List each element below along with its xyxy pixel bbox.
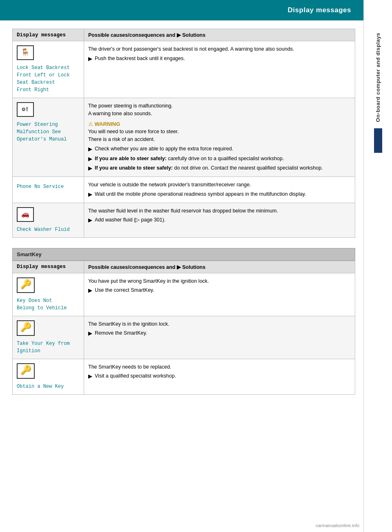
causes-cell-washer: The washer fluid level in the washer flu… <box>84 203 355 237</box>
bullet-text: Use the correct SmartKey. <box>95 286 154 294</box>
bullet-text: Push the backrest back until it engages. <box>95 55 185 63</box>
key-belong-label: Key Does NotBelong to Vehicle <box>17 297 80 312</box>
bold-text: If you are unable to steer safely: <box>95 165 173 171</box>
key-belong-icon: 🔑 <box>17 277 35 293</box>
phone-label: Phone No Service <box>17 183 80 190</box>
display-cell-key-ignition: 🔑 Take Your Key fromIgnition <box>13 316 84 359</box>
bullet-text: Visit a qualified specialist workshop. <box>95 372 176 380</box>
bullet-text: Check whether you are able to apply the … <box>95 145 233 153</box>
right-sidebar: On-board computer and displays <box>363 0 392 532</box>
display-cell-washer: 🚗 Check Washer Fluid <box>13 203 84 237</box>
bold-text: If you are able to steer safely: <box>95 156 167 161</box>
cause-text: The SmartKey needs to be replaced. <box>88 363 351 371</box>
bullet-line: ▶ Wait until the mobile phone operationa… <box>88 190 351 199</box>
arrow-icon: ▶ <box>88 287 92 295</box>
bullet-text: Wait until the mobile phone operational … <box>95 190 306 198</box>
cause-text: The power steering is malfunctioning. <box>88 102 351 110</box>
causes-cell-key-belong: You have put the wrong SmartKey in the i… <box>84 273 355 316</box>
steering-icon: ⚙! <box>17 102 34 117</box>
col-header-causes: Possible causes/consequences and ▶ Solut… <box>84 29 355 41</box>
arrow-icon: ▶ <box>88 191 92 199</box>
col-header-display: Display messages <box>13 29 84 41</box>
bullet-text: Remove the SmartKey. <box>95 329 147 337</box>
washer-icon: 🚗 <box>17 207 34 222</box>
cause-text: The driver's or front passenger's seat b… <box>88 45 351 53</box>
table-row: 🔑 Take Your Key fromIgnition The SmartKe… <box>13 316 355 359</box>
table-row: 🪑 Lock Seat BackrestFront Left or LockSe… <box>13 41 355 98</box>
table-row: Phone No Service Your vehicle is outside… <box>13 177 355 203</box>
smartkey-col-header-causes: Possible causes/consequences and ▶ Solut… <box>84 261 355 273</box>
display-cell-steering: ⚙! Power SteeringMalfunction SeeOperator… <box>13 98 84 177</box>
key-ignition-icon: 🔑 <box>17 320 35 336</box>
bullet-line: ▶ Check whether you are able to apply th… <box>88 145 351 153</box>
main-display-table: Display messages Possible causes/consequ… <box>12 29 355 238</box>
cause-text: You have put the wrong SmartKey in the i… <box>88 277 351 285</box>
bullet-text: If you are able to steer safely: careful… <box>95 155 284 163</box>
cause-text: The SmartKey is in the ignition lock. <box>88 320 351 328</box>
bullet-line: ▶ Add washer fluid (▷ page 301). <box>88 216 351 224</box>
arrow-icon: ▶ <box>88 55 92 63</box>
arrow-icon: ▶ <box>88 165 92 172</box>
causes-cell-steering: The power steering is malfunctioning. A … <box>84 98 355 177</box>
washer-label: Check Washer Fluid <box>17 226 80 233</box>
causes-cell-new-key: The SmartKey needs to be replaced. ▶ Vis… <box>84 359 355 394</box>
arrow-icon: ▶ <box>88 217 92 224</box>
bullet-line: ▶ Visit a qualified specialist workshop. <box>88 372 351 380</box>
cause-text: The washer fluid level in the washer flu… <box>88 207 351 215</box>
causes-cell-seat: The driver's or front passenger's seat b… <box>84 41 355 98</box>
table-row: 🔑 Obtain a New Key The SmartKey needs to… <box>13 359 355 394</box>
cause-text: There is a risk of an accident. <box>88 136 351 143</box>
new-key-icon: 🔑 <box>17 363 35 379</box>
steering-label: Power SteeringMalfunction SeeOperator's … <box>17 121 80 143</box>
page-header: Display messages <box>0 0 392 20</box>
new-key-label: Obtain a New Key <box>17 383 80 390</box>
table-row: ⚙! Power SteeringMalfunction SeeOperator… <box>13 98 355 177</box>
display-cell-new-key: 🔑 Obtain a New Key <box>13 359 84 394</box>
bullet-line: ▶ If you are unable to steer safely: do … <box>88 164 351 172</box>
main-content: Display messages Possible causes/consequ… <box>0 20 363 413</box>
smartkey-col-header-display: Display messages <box>13 261 84 273</box>
arrow-icon: ▶ <box>88 373 92 380</box>
bullet-line: ▶ Use the correct SmartKey. <box>88 286 351 295</box>
causes-cell-key-ignition: The SmartKey is in the ignition lock. ▶ … <box>84 316 355 359</box>
bullet-line: ▶ Remove the SmartKey. <box>88 329 351 338</box>
bullet-line: ▶ If you are able to steer safely: caref… <box>88 155 351 163</box>
page-title: Display messages <box>288 6 351 14</box>
arrow-icon: ▶ <box>88 145 92 153</box>
bullet-text: Add washer fluid (▷ page 301). <box>95 216 165 224</box>
warning-label: WARNING <box>94 121 120 127</box>
display-cell-key-belong: 🔑 Key Does NotBelong to Vehicle <box>13 273 84 316</box>
cause-text: You will need to use more force to steer… <box>88 128 351 136</box>
sidebar-vertical-label: On-board computer and displays <box>375 33 381 122</box>
seat-icon: 🪑 <box>17 45 34 60</box>
display-cell-seat: 🪑 Lock Seat BackrestFront Left or LockSe… <box>13 41 84 98</box>
cause-text: Your vehicle is outside the network prov… <box>88 181 351 189</box>
warning-block: ⚠ WARNING <box>88 120 351 128</box>
footer-watermark: carmanualsonline.info <box>316 523 359 528</box>
arrow-icon: ▶ <box>88 330 92 338</box>
causes-cell-phone: Your vehicle is outside the network prov… <box>84 177 355 203</box>
warning-triangle-icon: ⚠ <box>88 121 93 127</box>
cause-text: A warning tone also sounds. <box>88 110 351 118</box>
display-cell-phone: Phone No Service <box>13 177 84 203</box>
key-ignition-label: Take Your Key fromIgnition <box>17 340 80 355</box>
smartkey-section-header: SmartKey <box>12 248 355 261</box>
bullet-line: ▶ Push the backrest back until it engage… <box>88 55 351 63</box>
sidebar-blue-block <box>374 128 382 153</box>
bullet-text: If you are unable to steer safely: do no… <box>95 164 323 172</box>
seat-label: Lock Seat BackrestFront Left or LockSeat… <box>17 64 80 94</box>
arrow-icon: ▶ <box>88 155 92 163</box>
table-row: 🔑 Key Does NotBelong to Vehicle You have… <box>13 273 355 316</box>
table-row: 🚗 Check Washer Fluid The washer fluid le… <box>13 203 355 237</box>
smartkey-table: Display messages Possible causes/consequ… <box>12 261 355 395</box>
